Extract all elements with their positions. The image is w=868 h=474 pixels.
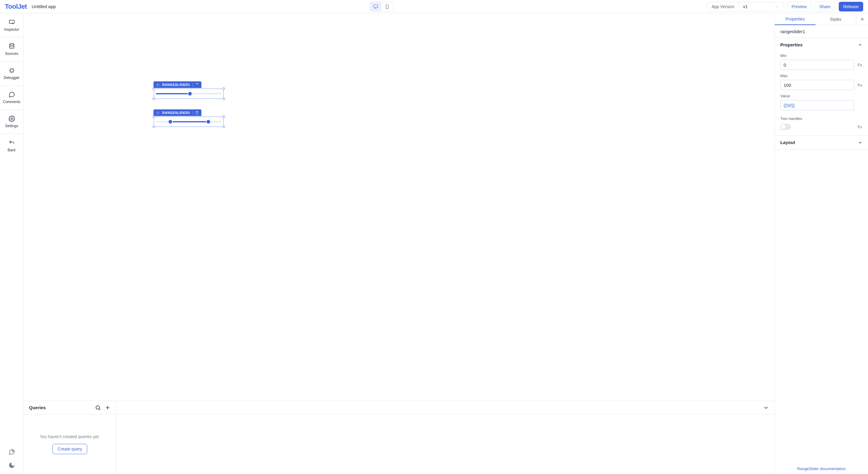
slider-track[interactable] (156, 121, 222, 122)
two-handles-toggle[interactable] (780, 124, 791, 130)
rail-comments-label: Comments (3, 100, 20, 104)
rail-debugger-label: Debugger (4, 76, 20, 80)
gear-icon (156, 111, 160, 115)
tab-properties[interactable]: Properties (775, 13, 815, 25)
component-name[interactable]: rangeslider1 (775, 25, 868, 38)
widget-tag-rangeslider2[interactable]: RANGESLIDER2 (153, 109, 202, 116)
widget-tag-rangeslider1[interactable]: RANGESLIDER1 (153, 82, 202, 88)
slider-handle-high[interactable] (206, 119, 211, 124)
slider-handle-low[interactable] (168, 119, 173, 124)
version-label: App Version (707, 2, 739, 11)
two-handles-label: Two handles (780, 116, 863, 121)
widget-rangeslider1[interactable]: RANGESLIDER1 (154, 89, 224, 99)
left-rail: Inspector Sources Debugger Comments Sett… (0, 13, 24, 474)
fx-button-min[interactable]: Fx (857, 63, 863, 67)
svg-point-8 (157, 112, 158, 113)
min-input[interactable] (780, 60, 854, 70)
section-properties-title: Properties (780, 42, 803, 47)
svg-point-6 (12, 450, 13, 452)
chevron-down-icon (775, 4, 779, 9)
svg-point-4 (10, 69, 13, 72)
rail-inspector[interactable]: Inspector (0, 13, 23, 37)
mobile-view-button[interactable] (381, 2, 393, 11)
tab-styles[interactable]: Styles (815, 13, 856, 25)
comment-icon (8, 91, 15, 98)
widget-label: RANGESLIDER1 (162, 83, 190, 87)
rail-sources[interactable]: Sources (0, 37, 23, 61)
chevron-up-icon (858, 42, 863, 47)
back-icon (8, 139, 15, 146)
svg-point-5 (11, 118, 13, 120)
rail-sources-label: Sources (5, 52, 18, 56)
device-toggle (370, 2, 393, 11)
app-name[interactable]: Untitled app (32, 4, 56, 9)
canvas[interactable]: RANGESLIDER1 RANGESLIDER2 (24, 13, 775, 401)
max-label: Max (780, 73, 863, 78)
rail-settings[interactable]: Settings (0, 110, 23, 134)
gear-icon (8, 116, 15, 122)
top-bar: ToolJet Untitled app App Version v1 Prev… (0, 0, 868, 13)
version-selector[interactable]: App Version v1 (707, 2, 783, 11)
rail-back-label: Back (7, 148, 16, 152)
search-icon[interactable] (95, 405, 101, 411)
desktop-view-button[interactable] (370, 2, 381, 11)
min-label: Min (780, 53, 863, 58)
inspector-close-button[interactable] (856, 13, 868, 25)
monitor-icon (373, 4, 378, 9)
section-layout-header[interactable]: Layout (775, 136, 868, 149)
gear-icon (156, 83, 160, 87)
slider-handle[interactable] (188, 91, 192, 96)
preview-button[interactable]: Preview (787, 2, 811, 11)
svg-point-7 (157, 84, 158, 85)
inspector-panel: Properties Styles rangeslider1 Propertie… (775, 13, 868, 474)
max-input[interactable] (780, 80, 854, 90)
widget-rangeslider2[interactable]: RANGESLIDER2 (154, 117, 224, 127)
trash-icon[interactable] (195, 111, 199, 115)
chevron-down-icon[interactable] (763, 405, 769, 411)
svg-point-9 (96, 406, 99, 409)
close-icon (860, 17, 865, 22)
svg-rect-0 (374, 5, 378, 7)
rail-debugger[interactable]: Debugger (0, 61, 23, 86)
value-input[interactable] (780, 100, 854, 110)
value-label: Value (780, 94, 863, 98)
widget-label: RANGESLIDER2 (162, 111, 190, 115)
rail-comments[interactable]: Comments (0, 86, 23, 110)
section-layout-title: Layout (780, 140, 795, 145)
version-value: v1 (743, 4, 748, 9)
slider-track[interactable] (156, 93, 222, 94)
fx-button-max[interactable]: Fx (857, 83, 863, 87)
svg-rect-2 (9, 20, 14, 23)
fx-button-two-handles[interactable]: Fx (857, 125, 863, 129)
rail-back[interactable]: Back (0, 134, 23, 158)
release-button[interactable]: Release (839, 2, 863, 11)
logo: ToolJet (5, 3, 27, 10)
workspace: RANGESLIDER1 RANGESLIDER2 (24, 13, 775, 474)
mobile-icon (384, 4, 390, 9)
bug-icon (8, 67, 15, 74)
plus-icon[interactable] (104, 405, 111, 411)
rail-inspector-label: Inspector (4, 27, 19, 32)
database-icon (8, 43, 15, 50)
documentation-link[interactable]: RangeSlider documentation (797, 467, 845, 471)
queries-empty-text: You haven't created queries yet. (40, 434, 100, 439)
dark-mode-icon[interactable] (8, 462, 15, 469)
chat-icon[interactable] (8, 449, 15, 455)
share-button[interactable]: Share (815, 2, 835, 11)
queries-panel: Queries You haven't created queries yet.… (24, 401, 775, 474)
create-query-button[interactable]: Create query (53, 444, 87, 454)
svg-point-3 (9, 43, 14, 45)
section-properties-header[interactable]: Properties (775, 38, 868, 52)
rail-settings-label: Settings (5, 124, 18, 128)
trash-icon[interactable] (195, 83, 199, 87)
queries-title: Queries (29, 405, 91, 410)
inspector-icon (8, 19, 15, 26)
chevron-down-icon (858, 140, 863, 145)
